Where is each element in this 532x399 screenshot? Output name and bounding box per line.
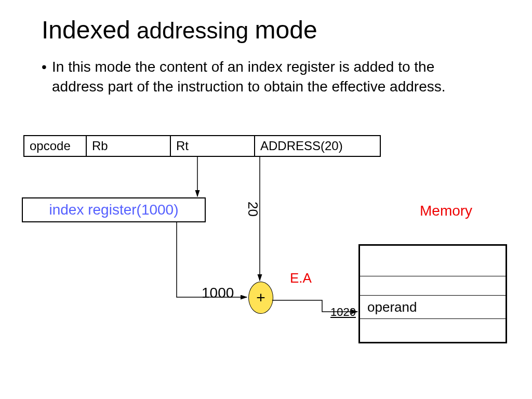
label-index-value: 1000 xyxy=(202,285,234,301)
instruction-format: opcode Rb Rt ADDRESS(20) xyxy=(23,135,381,157)
field-opcode: opcode xyxy=(24,136,87,156)
title-word-2: addressing xyxy=(137,18,248,43)
label-result-address: 1020 xyxy=(330,305,356,319)
label-address-value: 20 xyxy=(245,202,261,217)
title-word-1: Indexed xyxy=(42,16,130,44)
description-bullet: In this mode the content of an index reg… xyxy=(52,57,457,97)
memory-row-operand: operand xyxy=(360,295,506,318)
field-rt: Rt xyxy=(171,136,255,156)
memory-row xyxy=(360,246,506,276)
field-address: ADDRESS(20) xyxy=(255,136,380,156)
label-memory: Memory xyxy=(420,203,472,219)
adder-node: + xyxy=(248,282,273,314)
label-effective-address: E.A xyxy=(290,270,312,286)
slide-title: Indexed addressing mode xyxy=(42,16,317,44)
field-rb: Rb xyxy=(87,136,171,156)
memory-row xyxy=(360,276,506,295)
title-word-3: mode xyxy=(255,16,317,44)
memory-box: operand xyxy=(358,244,507,343)
slide: Indexed addressing mode In this mode the… xyxy=(0,0,532,399)
memory-row xyxy=(360,318,506,342)
index-register-box: index register(1000) xyxy=(22,197,206,222)
